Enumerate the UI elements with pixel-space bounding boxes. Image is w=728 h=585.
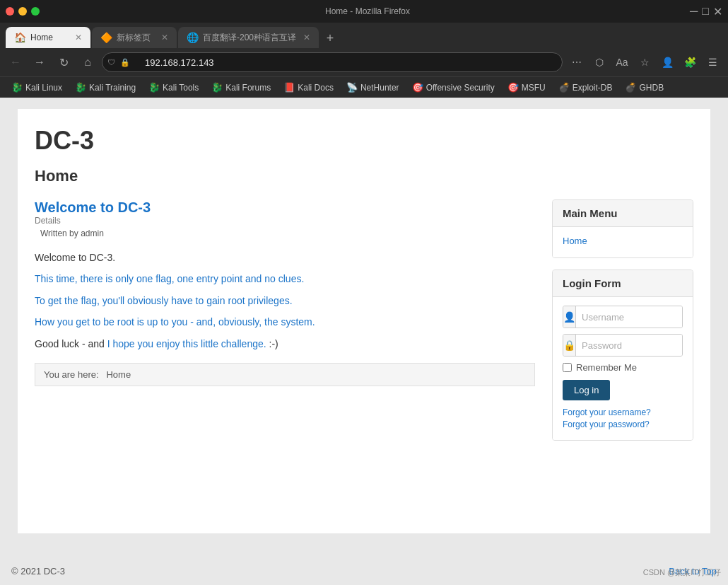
bookmark-exploit-db[interactable]: 💣 Exploit-DB	[553, 79, 618, 96]
bookmark-nethunter[interactable]: 📡 NetHunter	[341, 79, 405, 96]
main-menu-body: Home	[553, 227, 693, 257]
close-window-button[interactable]	[6, 7, 14, 16]
breadcrumb-location: Home	[106, 369, 131, 380]
login-form-body: 👤 🔒 Remember Me Log in	[553, 297, 693, 440]
article-line1: This time, there is only one flag, one e…	[35, 271, 535, 286]
menu-button[interactable]: ☰	[703, 52, 722, 72]
password-input[interactable]	[576, 335, 683, 356]
kali-forums-icon: 🐉	[211, 82, 223, 93]
new-tab-button[interactable]: +	[320, 28, 340, 48]
bookmark-this-button[interactable]: ☆	[635, 52, 654, 72]
bookmark-msfu-label: MSFU	[522, 83, 546, 93]
tabs-bar: 🏠 Home ✕ 🔶 新标签页 ✕ 🌐 百度翻译-200种语言互译 ✕ +	[0, 23, 728, 48]
tab-translate[interactable]: 🌐 百度翻译-200种语言互译 ✕	[178, 27, 319, 48]
tab-newtab[interactable]: 🔶 新标签页 ✕	[92, 27, 177, 48]
kali-training-icon: 🐉	[75, 82, 86, 93]
login-form-title: Login Form	[553, 270, 693, 297]
bookmarks-bar: 🐉 Kali Linux 🐉 Kali Training 🐉 Kali Tool…	[0, 76, 728, 98]
toolbar-icons: ⋯ ⬡ Aa ☆ 👤 🧩 ☰	[567, 52, 722, 72]
password-icon: 🔒	[563, 335, 576, 356]
bookmark-ghdb[interactable]: 💣 GHDB	[619, 79, 669, 96]
site-wrapper: DC-3 Home Welcome to DC-3 Details Writte…	[18, 109, 710, 533]
lock-icon: 🔒	[120, 58, 130, 67]
maximize-window-button[interactable]	[31, 7, 40, 16]
kali-linux-icon: 🐉	[11, 82, 23, 93]
bookmark-kali-tools[interactable]: 🐉 Kali Tools	[143, 79, 204, 96]
tab-translate-icon: 🌐	[187, 32, 199, 43]
bookmark-kali-forums-label: Kali Forums	[225, 83, 271, 93]
kali-docs-icon: 📕	[283, 82, 295, 93]
shield-icon: 🛡	[107, 58, 115, 66]
site-title: DC-3	[35, 126, 693, 156]
article-line4-suffix: :-)	[266, 338, 278, 349]
sidebar: Main Menu Home Login Form 👤	[552, 199, 693, 452]
article-line2-text: To get the flag, you'll obviously have t…	[35, 295, 293, 306]
back-button[interactable]: ←	[6, 52, 25, 72]
breadcrumb: You are here: Home	[35, 363, 535, 386]
tab-home-icon: 🏠	[14, 32, 26, 43]
forward-button[interactable]: →	[30, 52, 49, 72]
reader-button[interactable]: Aa	[612, 52, 632, 72]
main-menu-home-link[interactable]: Home	[563, 236, 683, 246]
tab-home-close[interactable]: ✕	[75, 33, 82, 42]
bookmark-exploit-db-label: Exploit-DB	[573, 83, 613, 93]
main-menu-widget: Main Menu Home	[552, 199, 693, 258]
firefox-account-button[interactable]: 👤	[657, 52, 677, 72]
address-input[interactable]	[102, 52, 563, 72]
remember-me-label: Remember Me	[576, 362, 637, 373]
address-wrapper: 🛡 🔒	[102, 52, 563, 72]
watermark: CSDN @某某IT打工仔	[643, 567, 721, 578]
username-field: 👤	[563, 306, 683, 328]
login-form-widget: Login Form 👤 🔒	[552, 270, 693, 441]
tab-home[interactable]: 🏠 Home ✕	[6, 27, 90, 48]
remember-row: Remember Me	[563, 362, 683, 373]
forgot-password-link[interactable]: Forgot your password?	[563, 419, 683, 429]
reload-button[interactable]: ↻	[54, 52, 74, 72]
tab-translate-close[interactable]: ✕	[303, 33, 310, 42]
bookmark-nethunter-label: NetHunter	[360, 83, 399, 93]
tab-newtab-icon: 🔶	[100, 32, 112, 43]
minimize-window-button[interactable]	[18, 7, 27, 16]
bookmark-offensive-security-label: Offensive Security	[426, 83, 495, 93]
article-title-link[interactable]: Welcome to DC-3	[35, 199, 151, 215]
home-button[interactable]: ⌂	[78, 52, 98, 72]
tab-home-title: Home	[30, 33, 68, 42]
bookmark-offensive-security[interactable]: 🎯 Offensive Security	[406, 79, 500, 96]
breadcrumb-prefix: You are here:	[44, 369, 99, 380]
browser-window: Home - Mozilla Firefox ─ □ ✕ 🏠 Home ✕ 🔶 …	[0, 0, 728, 585]
bookmark-ghdb-label: GHDB	[639, 83, 664, 93]
extensions-button[interactable]: 🧩	[680, 52, 700, 72]
article-title-text: Welcome to DC-3	[35, 199, 151, 215]
bookmark-kali-linux[interactable]: 🐉 Kali Linux	[6, 79, 68, 96]
offensive-security-icon: 🎯	[412, 82, 423, 93]
tab-newtab-close[interactable]: ✕	[161, 33, 168, 42]
article-heading: Welcome to DC-3.	[35, 250, 535, 265]
pocket-button[interactable]: ⬡	[589, 52, 609, 72]
bookmark-kali-tools-label: Kali Tools	[163, 83, 199, 93]
login-button[interactable]: Log in	[563, 380, 610, 400]
bookmark-msfu[interactable]: 🎯 MSFU	[502, 79, 551, 96]
page-footer: © 2021 DC-3 Back to Top	[0, 557, 728, 585]
article-line4-blue: I hope you enjoy this little challenge.	[107, 338, 266, 349]
tab-translate-title: 百度翻译-200种语言互译	[203, 32, 296, 44]
forgot-username-link[interactable]: Forgot your username?	[563, 407, 683, 417]
bookmark-kali-training-label: Kali Training	[89, 83, 136, 93]
article-body: Welcome to DC-3. This time, there is onl…	[35, 250, 535, 352]
ghdb-icon: 💣	[625, 82, 636, 93]
remember-me-checkbox[interactable]	[563, 363, 572, 372]
article-line1-text: This time, there is only one flag, one e…	[35, 273, 304, 284]
article-line4: Good luck - and I hope you enjoy this li…	[35, 336, 535, 352]
nethunter-icon: 📡	[346, 82, 358, 93]
msfu-icon: 🎯	[507, 82, 519, 93]
bookmark-kali-docs[interactable]: 📕 Kali Docs	[278, 79, 339, 96]
bookmark-kali-training[interactable]: 🐉 Kali Training	[69, 79, 141, 96]
article-line3-text: How you get to be root is up to you - an…	[35, 316, 315, 328]
more-tools-button[interactable]: ⋯	[567, 52, 587, 72]
kali-tools-icon: 🐉	[148, 82, 160, 93]
username-input[interactable]	[576, 306, 683, 328]
bookmark-kali-forums[interactable]: 🐉 Kali Forums	[206, 79, 276, 96]
site-subtitle: Home	[35, 167, 693, 185]
main-menu-title: Main Menu	[553, 200, 693, 227]
article-line4-prefix: Good luck - and	[35, 338, 107, 349]
tab-newtab-title: 新标签页	[117, 32, 154, 44]
